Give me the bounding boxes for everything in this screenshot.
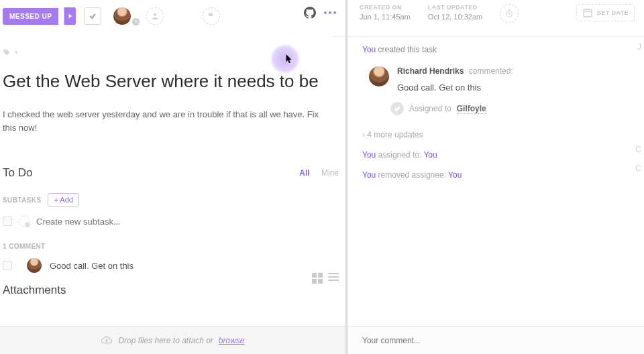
time-tracking-slot[interactable] — [500, 4, 519, 23]
svg-point-1 — [5, 50, 6, 52]
activity-assign-line: You assigned to: You C — [362, 150, 632, 160]
calendar-icon — [582, 7, 593, 18]
created-on: CREATED ON Jun 1, 11:45am — [360, 4, 411, 21]
github-icon[interactable] — [304, 7, 316, 19]
comment-text: Good call. Get on this — [50, 261, 133, 271]
add-subtask-button[interactable]: + Add — [48, 193, 78, 206]
chevron-down-icon: ▾ — [15, 49, 18, 56]
comment-verb: commented: — [469, 66, 513, 76]
cursor-icon — [285, 54, 293, 64]
assignee-avatar[interactable] — [113, 7, 131, 25]
activity-time-trunc: J — [637, 42, 641, 52]
check-disc-icon — [390, 102, 404, 115]
filter-all[interactable]: All — [299, 168, 309, 178]
more-updates-toggle[interactable]: 4 more updates — [362, 130, 632, 139]
commenter-name: Richard Hendriks — [397, 66, 464, 76]
subtask-assignee-slot[interactable] — [19, 216, 30, 227]
complete-button[interactable] — [84, 7, 101, 25]
list-view-icon[interactable] — [328, 273, 339, 284]
browse-link[interactable]: browse — [219, 336, 245, 345]
attachments-heading: Attachments — [3, 284, 66, 297]
new-subtask-input[interactable] — [36, 217, 237, 227]
status-next-button[interactable] — [64, 7, 76, 25]
comment-message: Good call. Get on this — [397, 82, 513, 93]
activity-time-trunc: C — [635, 145, 641, 154]
comments-count: 1 COMMENT — [3, 243, 339, 250]
svg-rect-3 — [584, 9, 592, 17]
priority-slot[interactable] — [146, 7, 164, 25]
commenter-avatar — [369, 66, 389, 86]
grid-view-icon[interactable] — [312, 273, 323, 284]
comment-checkbox[interactable] — [3, 261, 12, 270]
subtasks-label: SUBTASKS — [3, 196, 41, 204]
task-title[interactable]: Get the Web Server where it needs to be — [3, 71, 319, 92]
svg-point-0 — [154, 13, 157, 17]
comment-input[interactable] — [362, 336, 564, 345]
flag-slot[interactable] — [203, 7, 220, 25]
dropzone-text: Drop files here to attach or — [118, 336, 213, 345]
flag-icon — [207, 12, 215, 20]
check-icon — [89, 12, 97, 20]
todo-heading: To Do — [3, 166, 32, 180]
task-description[interactable]: I checked the web server yesterday and w… — [3, 108, 325, 134]
more-menu[interactable] — [324, 11, 336, 14]
subtask-checkbox[interactable] — [3, 217, 12, 226]
activity-created: You created this task J — [362, 45, 632, 54]
status-button[interactable]: MESSED UP — [3, 8, 58, 25]
user-icon — [151, 12, 159, 20]
cloud-upload-icon — [101, 336, 113, 345]
tag-icon — [3, 48, 11, 56]
assignee-name[interactable]: Gilfoyle — [457, 104, 486, 114]
stopwatch-icon — [504, 9, 514, 18]
filter-mine[interactable]: Mine — [321, 168, 339, 178]
dropzone[interactable]: Drop files here to attach or browse — [0, 326, 345, 354]
activity-comment: Richard Hendriks commented: Good call. G… — [362, 66, 632, 93]
add-assignee-icon[interactable]: + — [132, 18, 140, 25]
activity-remove-line: You removed assignee: You C — [362, 170, 632, 180]
last-updated: LAST UPDATED Oct 12, 10:32am — [428, 4, 482, 21]
activity-time-trunc: C — [635, 164, 641, 173]
caret-right-icon — [68, 13, 73, 19]
activity-assigned: Assigned to Gilfoyle — [362, 102, 632, 115]
set-date-button[interactable]: SET DATE — [576, 4, 635, 21]
